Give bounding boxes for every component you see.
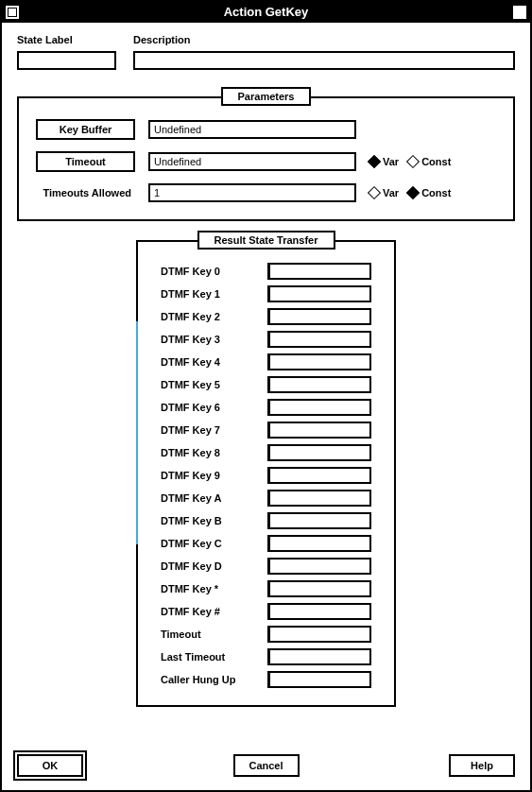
result-label: DTMF Key 5: [161, 379, 260, 390]
result-input[interactable]: [267, 422, 371, 439]
param-row: TimeoutVarConst: [36, 151, 496, 172]
window-titlebar: Action GetKey: [2, 2, 530, 23]
result-group-title: Result State Transfer: [197, 231, 335, 250]
param-input[interactable]: [148, 152, 356, 171]
result-label: DTMF Key 4: [161, 356, 260, 368]
result-group: Result State Transfer DTMF Key 0DTMF Key…: [136, 240, 396, 707]
cancel-button[interactable]: Cancel: [233, 754, 300, 777]
result-label: DTMF Key C: [161, 538, 260, 549]
result-row: DTMF Key A: [161, 490, 371, 507]
result-row: DTMF Key 2: [161, 308, 371, 325]
result-label: DTMF Key A: [161, 492, 260, 504]
result-input[interactable]: [267, 399, 371, 416]
radio-const-label: Const: [421, 187, 451, 198]
result-row: DTMF Key D: [161, 558, 371, 575]
result-row: DTMF Key C: [161, 535, 371, 552]
parameters-group: Parameters Key BufferTimeoutVarConstTime…: [17, 96, 515, 221]
result-label: DTMF Key 7: [161, 424, 260, 436]
result-input[interactable]: [267, 285, 371, 302]
result-input[interactable]: [267, 558, 371, 575]
result-row: DTMF Key 9: [161, 467, 371, 484]
result-label: DTMF Key #: [161, 606, 260, 617]
state-label-label: State Label: [17, 34, 116, 45]
result-row: DTMF Key 6: [161, 399, 371, 416]
result-label: DTMF Key 6: [161, 402, 260, 413]
result-input[interactable]: [267, 490, 371, 507]
radio-var[interactable]: Var: [369, 187, 399, 198]
ok-button[interactable]: OK: [17, 754, 83, 777]
result-row: DTMF Key *: [161, 580, 371, 597]
param-input[interactable]: [148, 120, 356, 139]
result-row: Timeout: [161, 626, 371, 643]
result-row: DTMF Key #: [161, 603, 371, 620]
result-row: DTMF Key 8: [161, 444, 371, 461]
diamond-icon: [368, 155, 381, 168]
result-row: DTMF Key 7: [161, 422, 371, 439]
state-label-input[interactable]: [17, 51, 116, 70]
result-label: DTMF Key 1: [161, 288, 260, 300]
param-radio-group: VarConst: [369, 156, 451, 167]
radio-const[interactable]: Const: [408, 156, 451, 167]
window-title: Action GetKey: [224, 5, 309, 19]
result-row: DTMF Key 1: [161, 285, 371, 302]
result-row: DTMF Key 3: [161, 331, 371, 348]
result-row: DTMF Key B: [161, 512, 371, 529]
param-label: Timeouts Allowed: [36, 187, 135, 198]
result-label: Caller Hung Up: [161, 674, 260, 685]
result-label: DTMF Key 8: [161, 447, 260, 458]
result-accent: [136, 321, 138, 544]
diamond-icon: [368, 186, 381, 199]
parameters-group-title: Parameters: [221, 87, 312, 106]
button-bar: OK Cancel Help: [17, 754, 515, 777]
radio-const-label: Const: [421, 156, 451, 167]
param-row: Timeouts AllowedVarConst: [36, 183, 496, 202]
result-input[interactable]: [267, 580, 371, 597]
result-label: DTMF Key 3: [161, 334, 260, 345]
result-input[interactable]: [267, 353, 371, 370]
diamond-icon: [406, 186, 420, 199]
param-row: Key Buffer: [36, 119, 496, 140]
radio-const[interactable]: Const: [408, 187, 451, 198]
result-row: Last Timeout: [161, 648, 371, 665]
result-label: DTMF Key *: [161, 583, 260, 594]
param-input[interactable]: [148, 183, 356, 202]
result-row: DTMF Key 0: [161, 263, 371, 280]
window-menu-icon[interactable]: [6, 6, 19, 19]
result-input[interactable]: [267, 376, 371, 393]
result-input[interactable]: [267, 603, 371, 620]
result-input[interactable]: [267, 535, 371, 552]
radio-var[interactable]: Var: [369, 156, 399, 167]
result-label: DTMF Key B: [161, 515, 260, 526]
result-label: DTMF Key 0: [161, 266, 260, 277]
result-row: DTMF Key 5: [161, 376, 371, 393]
diamond-icon: [406, 155, 420, 168]
result-input[interactable]: [267, 626, 371, 643]
param-radio-group: VarConst: [369, 187, 451, 198]
result-input[interactable]: [267, 263, 371, 280]
result-row: DTMF Key 4: [161, 353, 371, 370]
description-label: Description: [133, 34, 515, 45]
param-label[interactable]: Key Buffer: [36, 119, 135, 140]
result-input[interactable]: [267, 648, 371, 665]
help-button[interactable]: Help: [449, 754, 515, 777]
result-label: DTMF Key D: [161, 560, 260, 572]
result-input[interactable]: [267, 512, 371, 529]
param-label[interactable]: Timeout: [36, 151, 135, 172]
result-label: DTMF Key 9: [161, 470, 260, 481]
result-input[interactable]: [267, 467, 371, 484]
description-input[interactable]: [133, 51, 515, 70]
result-row: Caller Hung Up: [161, 671, 371, 688]
radio-var-label: Var: [383, 187, 399, 198]
result-input[interactable]: [267, 671, 371, 688]
result-input[interactable]: [267, 444, 371, 461]
result-input[interactable]: [267, 331, 371, 348]
result-input[interactable]: [267, 308, 371, 325]
radio-var-label: Var: [383, 156, 399, 167]
result-label: DTMF Key 2: [161, 311, 260, 322]
result-label: Last Timeout: [161, 651, 260, 663]
result-label: Timeout: [161, 628, 260, 640]
window-control-icon[interactable]: [513, 6, 526, 19]
